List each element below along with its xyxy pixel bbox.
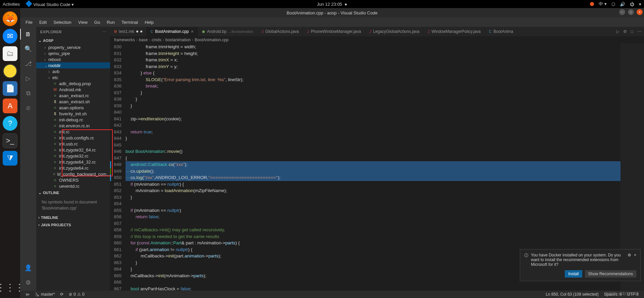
- dock-vscode-icon[interactable]: ⧩: [3, 151, 17, 166]
- clock[interactable]: Jun 12 23:05 ●: [74, 2, 590, 7]
- explorer-title: EXPLORER: [40, 30, 62, 34]
- window-title: BootAnimation.cpp - aosp - Visual Studio…: [287, 10, 378, 15]
- workspace-root[interactable]: AOSP: [36, 37, 110, 44]
- tree-item[interactable]: property_service: [36, 44, 110, 50]
- problems-indicator[interactable]: ⊘ 0 ⚠ 0: [66, 292, 87, 297]
- ubuntu-dock: 🦊 ✉ 🗂 📄 A ? >_ ⧩ ⋮⋮⋮: [0, 8, 20, 298]
- tree-item[interactable]: ≡ueventd.rc: [36, 183, 110, 189]
- tree-item[interactable]: qemu_pipe: [36, 50, 110, 56]
- dock-software-icon[interactable]: A: [3, 99, 17, 113]
- dock-files-icon[interactable]: 🗂: [3, 46, 17, 61]
- line-gutter: 8308318328338348358368378388398408418428…: [110, 44, 126, 291]
- more-icon[interactable]: ⋯: [637, 29, 641, 34]
- tab[interactable]: CBootAnimation.cpp×: [147, 27, 198, 36]
- accounts-icon[interactable]: 👤: [23, 263, 33, 273]
- tree-item[interactable]: avb: [36, 68, 110, 74]
- breadcrumb[interactable]: frameworks›base›cmds›bootanimation›BootA…: [110, 36, 644, 44]
- tree-item[interactable]: ≡init.rc: [36, 129, 110, 135]
- tree-item[interactable]: ≡init.zygote64.rc: [36, 165, 110, 171]
- tree-item[interactable]: ≡adb_debug.prop: [36, 80, 110, 86]
- app-indicator[interactable]: Visual Studio Code ▾: [27, 1, 74, 7]
- menubar: FileEditSelectionViewGoRunTerminalHelp: [20, 17, 644, 27]
- notification-text: You have Docker installed on your system…: [531, 253, 625, 267]
- extensions-icon[interactable]: ⧉: [23, 88, 33, 98]
- tree-item[interactable]: ≡init.zygote32.rc: [36, 153, 110, 159]
- tab[interactable]: JWindowManagerPolicy.java: [424, 27, 485, 36]
- tree-item[interactable]: ≡OWNERS: [36, 177, 110, 183]
- menu-terminal[interactable]: Terminal: [119, 19, 141, 25]
- split-icon[interactable]: □: [631, 29, 633, 34]
- tree-item[interactable]: ≡asan.options: [36, 105, 110, 111]
- tab[interactable]: ⬣Android.bp.../bootanimation: [198, 27, 258, 36]
- menu-edit[interactable]: Edit: [37, 19, 49, 25]
- explorer-more-icon[interactable]: ⋯: [102, 30, 106, 34]
- tree-item[interactable]: ≡init.environ.rc.in: [36, 123, 110, 129]
- sync-button[interactable]: ⟳: [57, 292, 66, 297]
- tree-item[interactable]: MAndroid.mk: [36, 86, 110, 93]
- cursor-position[interactable]: Ln 850, Col 63 (109 selected): [543, 292, 601, 297]
- tree-item[interactable]: ≡init-debug.rc: [36, 117, 110, 123]
- remote-icon[interactable]: ⎚: [23, 103, 33, 113]
- activities-button[interactable]: Activities: [3, 2, 20, 7]
- outline-empty-text: No symbols found in document 'BootAnimat…: [36, 196, 110, 214]
- menu-help[interactable]: Help: [142, 19, 156, 25]
- source-control-icon[interactable]: ⎇: [23, 59, 33, 68]
- menu-selection[interactable]: Selection: [51, 19, 74, 25]
- tree-item[interactable]: ≡init.usb.rc: [36, 141, 110, 147]
- notification-dot-icon[interactable]: [590, 2, 594, 6]
- dock-thunderbird-icon[interactable]: ✉: [3, 29, 17, 44]
- tree-item[interactable]: ≡ld_config_backward_com...: [36, 171, 110, 177]
- window-close-button[interactable]: ×: [637, 9, 643, 15]
- window-minimize-button[interactable]: −: [619, 9, 625, 15]
- tab[interactable]: JGlobalActions.java: [258, 27, 303, 36]
- tree-item[interactable]: $asan_extract.sh: [36, 99, 110, 105]
- remote-indicator[interactable]: ⌲: [23, 292, 32, 297]
- tab[interactable]: JPhoneWindowManager.java: [303, 27, 365, 36]
- tree-item[interactable]: ≡init.zygote32_64.rc: [36, 147, 110, 153]
- dock-rhythmbox-icon[interactable]: [3, 64, 17, 78]
- tab[interactable]: JLegacyGlobalActions.java: [365, 27, 424, 36]
- timeline-section[interactable]: TIMELINE: [36, 214, 110, 221]
- menu-view[interactable]: View: [76, 19, 90, 25]
- dock-writer-icon[interactable]: 📄: [3, 81, 17, 96]
- tree-item[interactable]: rootdir: [36, 62, 110, 68]
- explorer-icon[interactable]: 🗎: [23, 29, 33, 39]
- tree-item[interactable]: etc: [36, 74, 110, 80]
- dock-help-icon[interactable]: ?: [3, 116, 17, 131]
- install-button[interactable]: Install: [565, 270, 582, 278]
- window-titlebar: BootAnimation.cpp - aosp - Visual Studio…: [20, 8, 644, 17]
- outline-section[interactable]: OUTLINE: [36, 189, 110, 196]
- volume-icon[interactable]: 🔊: [620, 2, 625, 7]
- menu-go[interactable]: Go: [92, 19, 103, 25]
- tab[interactable]: CBootAnima: [485, 27, 517, 36]
- tree-item[interactable]: reboot: [36, 56, 110, 62]
- search-icon[interactable]: 🔍: [23, 44, 33, 54]
- config-icon[interactable]: ⚙: [623, 29, 627, 34]
- power-icon[interactable]: ⏻: [630, 2, 634, 7]
- network-icon[interactable]: ⬡: [611, 2, 615, 7]
- tab[interactable]: Mtest1.mk: [110, 27, 147, 36]
- show-recommendations-button[interactable]: Show Recommendations: [585, 270, 636, 278]
- tree-item[interactable]: ≡asan_extract.rc: [36, 93, 110, 99]
- tree-item[interactable]: ≡init.usb.configfs.rc: [36, 135, 110, 141]
- ime-indicator[interactable]: 中 ▾: [599, 1, 607, 7]
- settings-gear-icon[interactable]: ⚙: [23, 278, 33, 287]
- git-branch[interactable]: ⎇master*: [32, 292, 57, 297]
- close-icon[interactable]: ×: [191, 29, 194, 34]
- notification-gear-icon[interactable]: ⚙: [628, 253, 631, 257]
- window-maximize-button[interactable]: □: [628, 9, 634, 15]
- gnome-topbar: Activities Visual Studio Code ▾ Jun 12 2…: [0, 0, 644, 8]
- java-projects-section[interactable]: JAVA PROJECTS: [36, 221, 110, 229]
- dropdown-icon[interactable]: ▾: [639, 2, 641, 7]
- tree-item[interactable]: ≡init.zygote64_32.rc: [36, 159, 110, 165]
- sidebar: EXPLORER ⋯ AOSP property_serviceqemu_pip…: [36, 27, 110, 291]
- run-icon[interactable]: ▷: [616, 29, 619, 34]
- run-debug-icon[interactable]: ▷: [23, 74, 33, 83]
- menu-run[interactable]: Run: [104, 19, 117, 25]
- menu-file[interactable]: File: [23, 19, 35, 25]
- tree-item[interactable]: $fsverity_init.sh: [36, 111, 110, 117]
- notification-close-icon[interactable]: ×: [634, 253, 636, 257]
- dock-apps-icon[interactable]: ⋮⋮⋮: [3, 280, 17, 295]
- dock-firefox-icon[interactable]: 🦊: [3, 11, 17, 26]
- dock-terminal-icon[interactable]: >_: [3, 133, 17, 148]
